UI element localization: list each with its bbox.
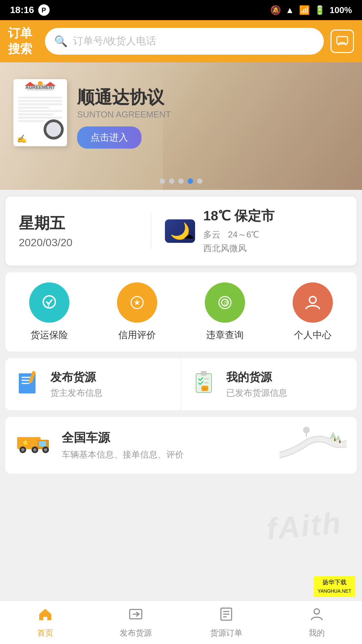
quick-icons-section: ¥ 货运保险 ★ 信用评价 违 违章查询 <box>5 272 357 352</box>
mute-icon: 🔕 <box>270 5 281 15</box>
status-bar: 18:16 P 🔕 ▲ 📶 🔋 100% <box>0 0 362 20</box>
feature-row: 发布货源 货主发布信息 我的货源 已发布货源信息 <box>5 358 357 410</box>
dot-3[interactable] <box>178 178 184 184</box>
temperature: 18℃ <box>203 208 231 223</box>
weather-temp-city: 18℃ 保定市 <box>203 207 275 225</box>
publish-cargo-subtitle: 货主发布信息 <box>50 387 103 399</box>
yanghua-watermark: 扬华下载YANGHUA.NET <box>314 576 355 597</box>
svg-text:违: 违 <box>224 300 228 306</box>
svg-point-38 <box>303 427 310 433</box>
quick-item-insurance[interactable]: ¥ 货运保险 <box>29 282 69 341</box>
publish-cargo-text: 发布货源 货主发布信息 <box>50 370 103 399</box>
svg-rect-19 <box>204 378 209 379</box>
message-button[interactable] <box>330 30 354 53</box>
dot-1[interactable] <box>160 178 165 184</box>
status-right: 🔕 ▲ 📶 🔋 100% <box>270 5 352 15</box>
weather-details: 18℃ 保定市 多云 24～6℃ 西北风微风 <box>203 207 275 256</box>
nav-publish-label: 发布货源 <box>120 628 152 638</box>
my-cargo-text: 我的货源 已发布货源信息 <box>226 370 287 399</box>
svg-rect-26 <box>39 441 46 446</box>
nav-mine-label: 我的 <box>309 628 325 638</box>
violation-icon-circle: 违 <box>205 282 245 323</box>
truck-icon: ⭐ <box>15 427 52 464</box>
battery-icon: 🔋 <box>314 5 325 15</box>
my-cargo-icon <box>191 368 218 400</box>
weather-date-section: 星期五 2020/03/20 <box>19 213 152 249</box>
dot-2[interactable] <box>169 178 174 184</box>
day-of-week: 星期五 <box>19 213 137 234</box>
svg-rect-20 <box>204 382 209 383</box>
nav-orders-label: 货源订单 <box>210 628 242 638</box>
time-display: 18:16 <box>10 5 34 15</box>
banner-content: AGREEMENT ✍ 顺通达协议 SUNTON AGREEMENT 点击进入 <box>13 79 171 149</box>
banner-sub-title: SUNTON AGREEMENT <box>77 109 171 120</box>
quick-item-profile[interactable]: 个人中心 <box>293 282 333 341</box>
nav-home-label: 首页 <box>37 628 53 638</box>
publish-cargo-item[interactable]: 发布货源 货主发布信息 <box>5 358 181 410</box>
svg-text:¥: ¥ <box>47 303 50 308</box>
profile-icon-circle <box>293 282 333 323</box>
banner-text-area: 顺通达协议 SUNTON AGREEMENT 点击进入 <box>77 79 171 149</box>
search-icon: 🔍 <box>54 35 68 48</box>
svg-rect-13 <box>21 383 29 384</box>
publish-nav-icon <box>128 607 143 625</box>
insurance-label: 货运保险 <box>31 329 68 341</box>
nav-home[interactable]: 首页 <box>0 601 90 644</box>
status-left: 18:16 P <box>10 4 50 16</box>
banner-document-icon: AGREEMENT ✍ <box>13 79 67 146</box>
banner-enter-button[interactable]: 点击进入 <box>77 126 141 149</box>
svg-rect-18 <box>201 371 207 376</box>
weather-info-section: 🌙 ☁ 18℃ 保定市 多云 24～6℃ 西北风微风 <box>152 207 343 256</box>
svg-marker-36 <box>336 435 341 440</box>
svg-point-8 <box>309 297 316 303</box>
svg-marker-34 <box>330 432 337 438</box>
nav-orders[interactable]: 货源订单 <box>181 601 272 644</box>
svg-text:★: ★ <box>133 298 141 307</box>
app-header: 订单搜索 🔍 订单号/收货人电话 <box>0 20 362 62</box>
national-cars-title: 全国车源 <box>62 430 184 446</box>
svg-point-32 <box>44 448 47 451</box>
battery-percent: 100% <box>330 5 352 15</box>
violation-label: 违章查询 <box>206 329 244 341</box>
profile-label: 个人中心 <box>294 329 331 341</box>
city: 保定市 <box>234 208 275 223</box>
banner-section: AGREEMENT ✍ 顺通达协议 SUNTON AGREEMENT 点击进入 <box>0 62 362 190</box>
svg-text:⭐: ⭐ <box>22 439 29 446</box>
insurance-icon-circle: ¥ <box>29 282 69 323</box>
nav-mine[interactable]: 我的 <box>272 601 362 644</box>
svg-rect-37 <box>339 440 341 443</box>
my-cargo-item[interactable]: 我的货源 已发布货源信息 <box>181 358 357 410</box>
wifi-icon: ▲ <box>286 5 294 15</box>
bottom-navigation: 首页 发布货源 货源订单 我的 <box>0 600 362 644</box>
svg-rect-35 <box>334 438 336 441</box>
orders-nav-icon <box>219 607 234 625</box>
credit-label: 信用评价 <box>118 329 156 341</box>
road-decoration <box>280 417 347 474</box>
quick-item-credit[interactable]: ★ 信用评价 <box>117 282 157 341</box>
weather-icon: 🌙 ☁ <box>165 219 195 243</box>
svg-point-30 <box>33 448 37 451</box>
mine-nav-icon <box>309 607 324 625</box>
quick-item-violation[interactable]: 违 违章查询 <box>205 282 245 341</box>
svg-point-44 <box>314 609 319 614</box>
my-cargo-subtitle: 已发布货源信息 <box>226 387 287 399</box>
weather-card: 星期五 2020/03/20 🌙 ☁ 18℃ 保定市 多云 24～6℃ 西北风微… <box>5 197 357 266</box>
publish-cargo-title: 发布货源 <box>50 370 103 385</box>
nav-publish[interactable]: 发布货源 <box>90 601 181 644</box>
national-cars-subtitle: 车辆基本信息、接单信息、评价 <box>62 449 184 461</box>
my-cargo-title: 我的货源 <box>226 370 287 385</box>
weather-condition: 多云 24～6℃ 西北风微风 <box>203 228 275 256</box>
date-string: 2020/03/20 <box>19 236 137 249</box>
search-box[interactable]: 🔍 订单号/收货人电话 <box>45 28 324 55</box>
search-input-placeholder: 订单号/收货人电话 <box>73 34 156 48</box>
car-text: 全国车源 车辆基本信息、接单信息、评价 <box>62 430 184 461</box>
signal-icon: 📶 <box>299 5 310 15</box>
national-cars-section[interactable]: ⭐ 全国车源 车辆基本信息、接单信息、评价 <box>5 417 357 474</box>
dot-5[interactable] <box>197 178 202 184</box>
home-icon <box>38 607 53 625</box>
parking-icon: P <box>38 4 50 16</box>
faith-watermark: fAith <box>265 505 343 546</box>
svg-point-28 <box>21 448 24 451</box>
dot-4-active[interactable] <box>188 178 193 184</box>
header-title: 订单搜索 <box>8 25 38 57</box>
